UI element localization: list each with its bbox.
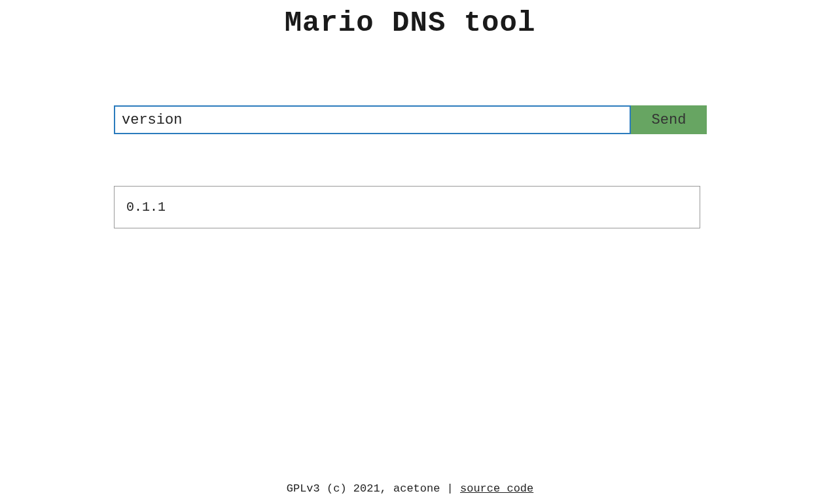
footer-license: GPLv3 (c) 2021, acetone | bbox=[287, 482, 460, 495]
command-input[interactable] bbox=[114, 105, 631, 134]
output-box: 0.1.1 bbox=[114, 186, 700, 228]
page-title: Mario DNS tool bbox=[0, 0, 820, 39]
command-form: Send bbox=[114, 105, 707, 134]
send-button[interactable]: Send bbox=[631, 105, 707, 134]
footer: GPLv3 (c) 2021, acetone | source code bbox=[0, 482, 820, 495]
output-text: 0.1.1 bbox=[126, 200, 166, 215]
source-code-link[interactable]: source code bbox=[460, 482, 533, 495]
